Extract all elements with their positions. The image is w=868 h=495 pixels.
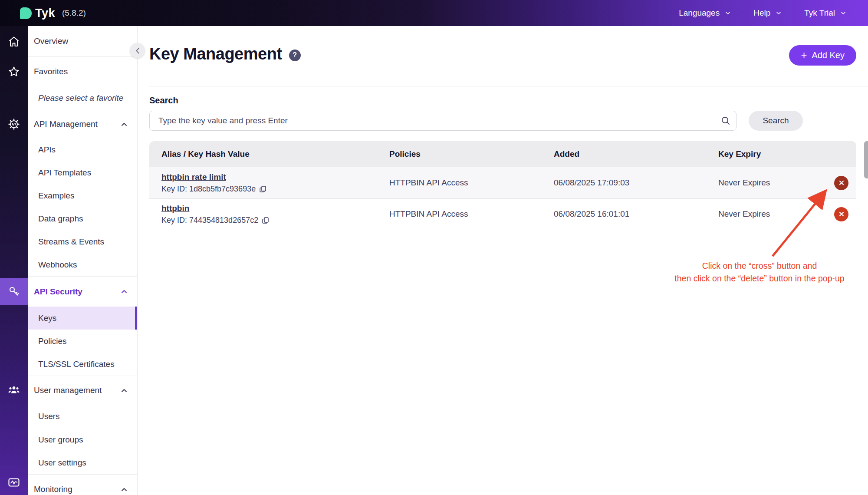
sidebar-section-label: API Management	[34, 119, 98, 129]
search-input[interactable]	[149, 111, 736, 131]
key-alias-link[interactable]: httpbin rate limit	[161, 172, 226, 182]
topnav: Languages Help Tyk Trial	[679, 0, 846, 26]
help-question-icon[interactable]: ?	[289, 50, 301, 61]
help-label: Help	[753, 8, 770, 18]
sidebar-item-label: Streams & Events	[38, 237, 104, 247]
sidebar-item-streams-events[interactable]: Streams & Events	[28, 230, 137, 253]
sidebar-item-label: Data graphs	[38, 214, 83, 224]
sidebar-item-users[interactable]: Users	[28, 405, 137, 428]
sidebar-item-examples[interactable]: Examples	[28, 184, 137, 207]
chevron-up-icon	[121, 487, 128, 492]
tyk-logo-icon	[20, 7, 32, 19]
delete-key-cross-button[interactable]	[834, 207, 848, 221]
sidebar-section-user-management[interactable]: User management	[28, 376, 137, 405]
monitoring-activity-icon[interactable]	[0, 476, 28, 488]
sidebar-section-label: API Security	[34, 287, 82, 297]
sidebar-item-label: User groups	[38, 435, 83, 445]
sidebar-item-webhooks[interactable]: Webhooks	[28, 253, 137, 277]
sidebar-item-label: Webhooks	[38, 260, 77, 270]
languages-label: Languages	[679, 8, 720, 18]
sidebar-item-data-graphs[interactable]: Data graphs	[28, 207, 137, 230]
sidebar-item-label: APIs	[38, 145, 56, 155]
copy-icon[interactable]	[259, 185, 267, 193]
sidebar-item-user-settings[interactable]: User settings	[28, 451, 137, 475]
tyk-logo-text: Tyk	[35, 7, 55, 20]
annotation-line-2: then click on the “delete” button in the…	[642, 272, 868, 285]
column-header-policies: Policies	[389, 149, 554, 159]
sidebar-item-label: API Templates	[38, 168, 91, 178]
api-gateway-gear-icon[interactable]	[0, 118, 28, 130]
sidebar-item-label: Users	[38, 412, 60, 421]
chevron-down-icon	[725, 10, 731, 16]
version-label: (5.8.2)	[62, 8, 86, 18]
expiry-cell: Never Expires	[718, 178, 822, 188]
help-glyph: ?	[293, 51, 297, 59]
annotation-line-1: Click on the “cross” button and	[642, 260, 868, 272]
chevron-left-icon	[135, 47, 141, 55]
favorites-placeholder-label: Please select a favorite	[38, 93, 123, 103]
search-label: Search	[149, 96, 178, 106]
sidebar-item-label: Examples	[38, 191, 74, 201]
chevron-up-icon	[121, 388, 128, 393]
sidebar-item-label: Keys	[38, 314, 56, 323]
added-cell: 06/08/2025 17:09:03	[554, 178, 718, 188]
favorites-placeholder: Please select a favorite	[28, 86, 137, 110]
chevron-down-icon	[840, 10, 846, 16]
home-icon[interactable]	[0, 36, 28, 48]
star-icon[interactable]	[0, 66, 28, 78]
user-management-users-icon[interactable]	[0, 384, 28, 396]
api-security-key-icon[interactable]	[0, 285, 28, 297]
search-input-wrap	[149, 111, 736, 131]
column-header-alias: Alias / Key Hash Value	[149, 149, 389, 159]
account-label: Tyk Trial	[804, 8, 835, 18]
sidebar-item-label: User settings	[38, 458, 86, 468]
key-id-label: Key ID: 744354813d2657c2	[161, 216, 258, 225]
sidebar-section-api-management[interactable]: API Management	[28, 110, 137, 138]
add-key-button[interactable]: + Add Key	[789, 45, 856, 66]
policy-cell: HTTPBIN API Access	[389, 209, 554, 219]
column-header-key-expiry: Key Expiry	[718, 149, 822, 159]
help-menu[interactable]: Help	[753, 8, 782, 18]
sidebar-item-policies[interactable]: Policies	[28, 330, 137, 353]
sidebar-item-label: Overview	[34, 36, 68, 46]
vertical-scrollbar-thumb[interactable]	[864, 141, 868, 178]
copy-icon[interactable]	[262, 216, 270, 224]
table-header-row: Alias / Key Hash Value Policies Added Ke…	[149, 141, 856, 167]
added-cell: 06/08/2025 16:01:01	[554, 209, 718, 219]
icon-rail	[0, 26, 28, 495]
delete-key-cross-button[interactable]	[834, 176, 848, 190]
page-title: Key Management	[149, 45, 282, 63]
account-menu[interactable]: Tyk Trial	[804, 8, 846, 18]
search-button[interactable]: Search	[749, 111, 803, 131]
close-icon	[838, 180, 845, 186]
tyk-logo[interactable]: Tyk (5.8.2)	[20, 7, 86, 20]
table-row: httpbin Key ID: 744354813d2657c2 HTTPBIN…	[149, 199, 856, 229]
sidebar-item-keys[interactable]: Keys	[28, 307, 137, 330]
close-icon	[838, 211, 845, 217]
top-bar: Tyk (5.8.2) Languages Help Tyk Trial	[0, 0, 868, 26]
keys-table: Alias / Key Hash Value Policies Added Ke…	[149, 141, 856, 229]
sidebar-item-label: Policies	[38, 337, 66, 346]
chevron-up-icon	[121, 289, 128, 294]
sidebar-section-monitoring[interactable]: Monitoring	[28, 475, 137, 495]
annotation-text: Click on the “cross” button and then cli…	[642, 260, 868, 285]
sidebar-header-favorites[interactable]: Favorites	[28, 57, 137, 86]
sidebar-section-api-security[interactable]: API Security	[28, 277, 137, 307]
sidebar-item-apis[interactable]: APIs	[28, 138, 137, 161]
sidebar-item-api-templates[interactable]: API Templates	[28, 161, 137, 184]
sidebar-item-overview[interactable]: Overview	[28, 26, 137, 57]
sidebar-collapse-button[interactable]	[130, 43, 145, 58]
plus-icon: +	[801, 50, 807, 60]
add-key-label: Add Key	[812, 50, 845, 60]
chevron-up-icon	[121, 122, 128, 127]
sidebar-section-label: Monitoring	[34, 485, 72, 494]
key-alias-link[interactable]: httpbin	[161, 204, 189, 213]
chevron-down-icon	[776, 10, 782, 16]
table-row: httpbin rate limit Key ID: 1d8cb5fb7c936…	[149, 167, 856, 199]
sidebar: Overview Favorites Please select a favor…	[28, 26, 138, 495]
sidebar-item-tls-ssl-certificates[interactable]: TLS/SSL Certificates	[28, 353, 137, 376]
sidebar-item-user-groups[interactable]: User groups	[28, 428, 137, 451]
languages-menu[interactable]: Languages	[679, 8, 731, 18]
sidebar-section-label: User management	[34, 386, 102, 395]
search-icon	[721, 116, 730, 125]
